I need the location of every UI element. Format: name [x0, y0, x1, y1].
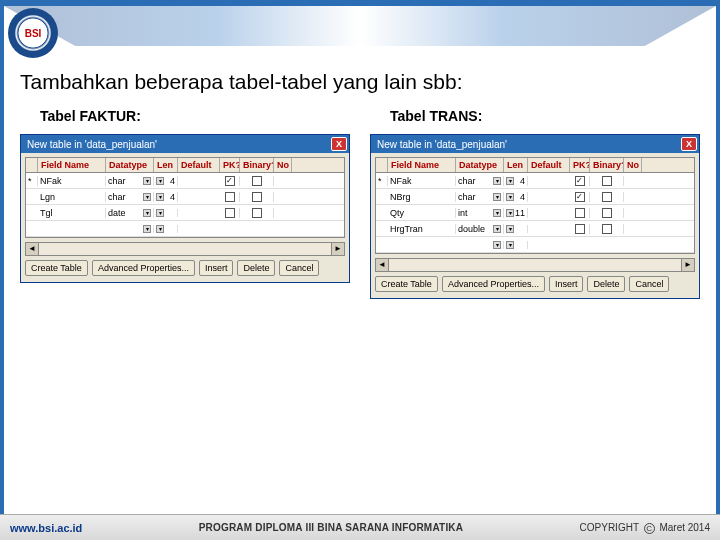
field-name-cell[interactable]: NFak — [38, 176, 106, 186]
scroll-left-icon[interactable]: ◄ — [375, 258, 389, 272]
checkbox[interactable] — [602, 176, 612, 186]
h-scrollbar[interactable]: ◄ ► — [25, 242, 345, 256]
cancel-button[interactable]: Cancel — [629, 276, 669, 292]
checkbox[interactable] — [575, 224, 585, 234]
checkbox[interactable] — [225, 208, 235, 218]
binary-cell[interactable] — [590, 176, 624, 186]
dropdown-icon[interactable]: ▾ — [506, 209, 514, 217]
binary-cell[interactable] — [240, 176, 274, 186]
checkbox[interactable] — [252, 192, 262, 202]
delete-button[interactable]: Delete — [237, 260, 275, 276]
pk-cell[interactable]: ✓ — [570, 176, 590, 186]
len-cell[interactable]: ▾ — [504, 225, 528, 233]
cancel-button[interactable]: Cancel — [279, 260, 319, 276]
len-cell[interactable]: ▾4 — [154, 192, 178, 202]
scroll-track[interactable] — [389, 258, 681, 272]
table-row[interactable]: *NFakchar▾▾4✓ — [376, 173, 694, 189]
checkbox[interactable] — [602, 224, 612, 234]
pk-cell[interactable] — [220, 192, 240, 202]
len-cell[interactable]: ▾4 — [504, 192, 528, 202]
binary-cell[interactable] — [590, 208, 624, 218]
table-row[interactable]: Qtyint▾▾11 — [376, 205, 694, 221]
field-name-cell[interactable]: NFak — [388, 176, 456, 186]
advanced-properties-button[interactable]: Advanced Properties... — [442, 276, 545, 292]
datatype-cell[interactable]: char▾ — [456, 176, 504, 186]
dropdown-icon[interactable]: ▾ — [493, 241, 501, 249]
checkbox[interactable] — [602, 192, 612, 202]
checkbox[interactable] — [575, 208, 585, 218]
field-name-cell[interactable]: NBrg — [388, 192, 456, 202]
binary-cell[interactable] — [240, 208, 274, 218]
pk-cell[interactable] — [220, 208, 240, 218]
delete-button[interactable]: Delete — [587, 276, 625, 292]
dropdown-icon[interactable]: ▾ — [156, 209, 164, 217]
scroll-right-icon[interactable]: ► — [681, 258, 695, 272]
len-cell[interactable]: ▾ — [154, 225, 178, 233]
dropdown-icon[interactable]: ▾ — [506, 177, 514, 185]
dropdown-icon[interactable]: ▾ — [143, 193, 151, 201]
dropdown-icon[interactable]: ▾ — [506, 193, 514, 201]
create-table-button[interactable]: Create Table — [25, 260, 88, 276]
checkbox[interactable] — [225, 192, 235, 202]
close-icon[interactable]: X — [681, 137, 697, 151]
dropdown-icon[interactable]: ▾ — [143, 177, 151, 185]
scroll-track[interactable] — [39, 242, 331, 256]
table-row[interactable]: *NFakchar▾▾4✓ — [26, 173, 344, 189]
table-row[interactable]: Tgldate▾▾ — [26, 205, 344, 221]
field-name-cell[interactable]: HrgTran — [388, 224, 456, 234]
table-row[interactable]: NBrgchar▾▾4✓ — [376, 189, 694, 205]
datatype-cell[interactable]: ▾ — [106, 225, 154, 233]
pk-cell[interactable] — [570, 224, 590, 234]
field-name-cell[interactable]: Qty — [388, 208, 456, 218]
datatype-cell[interactable]: double▾ — [456, 224, 504, 234]
dropdown-icon[interactable]: ▾ — [493, 209, 501, 217]
dropdown-icon[interactable]: ▾ — [143, 209, 151, 217]
dropdown-icon[interactable]: ▾ — [493, 225, 501, 233]
binary-cell[interactable] — [240, 192, 274, 202]
dropdown-icon[interactable]: ▾ — [493, 177, 501, 185]
dropdown-icon[interactable]: ▾ — [506, 241, 514, 249]
len-cell[interactable]: ▾ — [154, 209, 178, 217]
len-cell[interactable]: ▾4 — [504, 176, 528, 186]
datatype-cell[interactable]: char▾ — [106, 192, 154, 202]
checkbox[interactable] — [252, 208, 262, 218]
checkbox[interactable]: ✓ — [225, 176, 235, 186]
len-cell[interactable]: ▾11 — [504, 208, 528, 218]
table-row[interactable]: Lgnchar▾▾4 — [26, 189, 344, 205]
close-icon[interactable]: X — [331, 137, 347, 151]
pk-cell[interactable]: ✓ — [220, 176, 240, 186]
datatype-cell[interactable]: ▾ — [456, 241, 504, 249]
dropdown-icon[interactable]: ▾ — [506, 225, 514, 233]
table-row[interactable]: HrgTrandouble▾▾ — [376, 221, 694, 237]
datatype-cell[interactable]: char▾ — [106, 176, 154, 186]
datatype-cell[interactable]: date▾ — [106, 208, 154, 218]
checkbox[interactable]: ✓ — [575, 192, 585, 202]
field-name-cell[interactable]: Tgl — [38, 208, 106, 218]
dropdown-icon[interactable]: ▾ — [156, 177, 164, 185]
field-name-cell[interactable]: Lgn — [38, 192, 106, 202]
datatype-cell[interactable]: char▾ — [456, 192, 504, 202]
len-cell[interactable]: ▾4 — [154, 176, 178, 186]
h-scrollbar[interactable]: ◄ ► — [375, 258, 695, 272]
checkbox[interactable] — [602, 208, 612, 218]
insert-button[interactable]: Insert — [199, 260, 234, 276]
scroll-left-icon[interactable]: ◄ — [25, 242, 39, 256]
create-table-button[interactable]: Create Table — [375, 276, 438, 292]
pk-cell[interactable]: ✓ — [570, 192, 590, 202]
dropdown-icon[interactable]: ▾ — [156, 225, 164, 233]
advanced-properties-button[interactable]: Advanced Properties... — [92, 260, 195, 276]
pk-cell[interactable] — [570, 208, 590, 218]
dropdown-icon[interactable]: ▾ — [493, 193, 501, 201]
binary-cell[interactable] — [590, 224, 624, 234]
table-row[interactable]: ▾▾ — [376, 237, 694, 253]
dropdown-icon[interactable]: ▾ — [143, 225, 151, 233]
checkbox[interactable]: ✓ — [575, 176, 585, 186]
checkbox[interactable] — [252, 176, 262, 186]
trans-titlebar[interactable]: New table in 'data_penjualan' X — [371, 135, 699, 153]
insert-button[interactable]: Insert — [549, 276, 584, 292]
scroll-right-icon[interactable]: ► — [331, 242, 345, 256]
table-row[interactable]: ▾▾ — [26, 221, 344, 237]
binary-cell[interactable] — [590, 192, 624, 202]
dropdown-icon[interactable]: ▾ — [156, 193, 164, 201]
datatype-cell[interactable]: int▾ — [456, 208, 504, 218]
